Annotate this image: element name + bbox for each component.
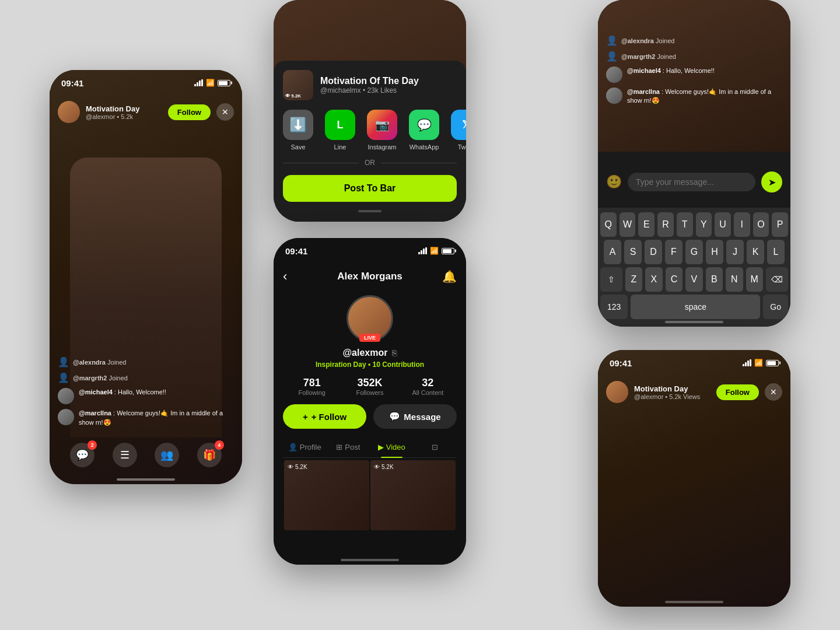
key-i[interactable]: I (734, 212, 750, 237)
key-e[interactable]: E (638, 212, 654, 237)
close-button[interactable]: ✕ (216, 103, 234, 121)
follow-button[interactable]: Follow (168, 104, 211, 120)
key-y[interactable]: Y (696, 212, 712, 237)
tab-post[interactable]: ⊞ Post (327, 437, 370, 457)
joined-row-1: 👤 @alexndra Joined (58, 356, 234, 368)
key-d[interactable]: D (645, 240, 662, 264)
menu-button[interactable]: ☰ (113, 443, 137, 467)
chat-joined-text-2: @margrth2 Joined (621, 53, 676, 60)
stream-top-bar: Motivation Day @alexmor • 5.2k Follow ✕ (50, 96, 242, 128)
status-time: 09:41 (285, 246, 307, 256)
key-row-2: A S D F G H J K L (600, 240, 788, 264)
chat-button[interactable]: 💬 2 (70, 443, 94, 467)
home-indicator (341, 559, 399, 561)
key-space[interactable]: space (631, 295, 760, 319)
gift-badge: 4 (215, 440, 224, 450)
key-c[interactable]: C (666, 267, 682, 292)
chat-person-icon-1: 👤 (606, 35, 618, 46)
key-k[interactable]: K (747, 240, 764, 264)
key-go[interactable]: Go (763, 295, 788, 319)
key-j[interactable]: J (726, 240, 744, 264)
key-shift[interactable]: ⇧ (600, 267, 622, 292)
whatsapp-label: WhatsApp (410, 144, 439, 150)
video-thumb-2[interactable]: 👁 5.2K (370, 460, 456, 530)
key-b[interactable]: B (706, 267, 723, 292)
copy-icon[interactable]: ⎘ (392, 348, 397, 358)
key-r[interactable]: R (657, 212, 674, 237)
share-save[interactable]: ⬇️ Save (283, 110, 313, 150)
profile-avatar-wrap: LIVE (346, 295, 393, 342)
follow-button-4[interactable]: Follow (716, 384, 759, 400)
key-row-4: 123 space Go (600, 295, 788, 319)
person-icon-2: 👤 (58, 372, 69, 383)
key-x[interactable]: X (645, 267, 662, 292)
key-f[interactable]: F (665, 240, 682, 264)
profile-tab-icon: 👤 (288, 443, 298, 452)
key-s[interactable]: S (624, 240, 642, 264)
key-t[interactable]: T (677, 212, 693, 237)
key-w[interactable]: W (620, 212, 636, 237)
wifi-icon-4: 📶 (754, 359, 763, 367)
nav-bar: ‹ Alex Morgans 🔔 (274, 264, 466, 289)
battery-icon-4 (766, 360, 779, 366)
content-stat: 32 All Content (399, 377, 457, 396)
save-icon: ⬇️ (283, 110, 313, 140)
chat-comments-area: 👤 @alexndra Joined 👤 @margrth2 Joined @m… (606, 35, 782, 110)
post-tab-icon: ⊞ (336, 443, 342, 452)
message-button[interactable]: 💬 Message (373, 404, 457, 429)
key-n[interactable]: N (726, 267, 743, 292)
send-button[interactable]: ➤ (761, 172, 782, 192)
share-whatsapp[interactable]: 💬 WhatsApp (409, 110, 439, 150)
video-thumb-1[interactable]: 👁 5.2K (284, 460, 369, 530)
tabs-row: 👤 Profile ⊞ Post ▶ Video ⊡ (283, 437, 457, 458)
tab-profile[interactable]: 👤 Profile (283, 437, 327, 457)
key-123[interactable]: 123 (600, 295, 628, 319)
key-row-3: ⇧ Z X C V B N M ⌫ (600, 267, 788, 292)
share-icons-row: ⬇️ Save L Line 📷 Instagram 💬 WhatsApp 𝕏 (283, 110, 457, 150)
instagram-icon: 📷 (367, 110, 397, 140)
message-input[interactable] (628, 173, 755, 191)
comment-text-2: @marcllna : Welcome guys!🤙 Im in a middl… (79, 409, 234, 427)
status-time-4: 09:41 (610, 358, 632, 368)
emoji-button[interactable]: 🙂 (606, 174, 622, 190)
key-o[interactable]: O (753, 212, 769, 237)
key-q[interactable]: Q (600, 212, 617, 237)
notification-button[interactable]: 🔔 (442, 270, 457, 284)
or-divider: OR (283, 159, 457, 167)
key-z[interactable]: Z (625, 267, 642, 292)
key-l[interactable]: L (767, 240, 785, 264)
chat-joined-text-1: @alexndra Joined (621, 37, 674, 44)
group-button[interactable]: 👥 (155, 443, 179, 467)
key-a[interactable]: A (604, 240, 621, 264)
key-m[interactable]: M (746, 267, 763, 292)
comment-row-1: @michael4 : Hallo, Welcome!! (58, 388, 234, 404)
tab-video[interactable]: ▶ Video (370, 437, 414, 457)
close-button-4[interactable]: ✕ (765, 383, 782, 401)
stream-info-4: Motivation Day @alexmor • 5.2k Views (634, 384, 710, 400)
key-v[interactable]: V (685, 267, 702, 292)
comment-row-2: @marcllna : Welcome guys!🤙 Im in a middl… (58, 409, 234, 427)
follow-main-button[interactable]: + + Follow (283, 404, 366, 429)
sheet-title: Motivation Of The Day (320, 76, 419, 86)
back-button[interactable]: ‹ (283, 269, 287, 284)
status-time: 09:41 (61, 78, 83, 88)
status-icons-4: 📶 (743, 359, 779, 367)
share-twitter[interactable]: 𝕏 Twit... (451, 110, 466, 150)
tab-more[interactable]: ⊡ (414, 437, 457, 457)
person-icon-1: 👤 (58, 356, 69, 368)
stream-sub-4: @alexmor • 5.2k Views (634, 393, 710, 400)
sheet-info: Motivation Of The Day @michaelmx • 23k L… (320, 76, 419, 94)
key-h[interactable]: H (706, 240, 723, 264)
sheet-handle (358, 210, 382, 212)
gift-button[interactable]: 🎁 4 (197, 443, 222, 467)
keyboard: Q W E R T Y U I O P A S D F G H J K L (598, 208, 790, 327)
share-instagram[interactable]: 📷 Instagram (367, 110, 397, 150)
key-u[interactable]: U (715, 212, 731, 237)
key-p[interactable]: P (772, 212, 788, 237)
sheet-thumbnail: 👁 5.2K (283, 70, 313, 100)
share-line[interactable]: L Line (325, 110, 355, 150)
post-to-bar-button[interactable]: Post To Bar (283, 175, 457, 202)
key-backspace[interactable]: ⌫ (766, 267, 788, 292)
divider-line-right (381, 163, 457, 163)
key-g[interactable]: G (685, 240, 703, 264)
